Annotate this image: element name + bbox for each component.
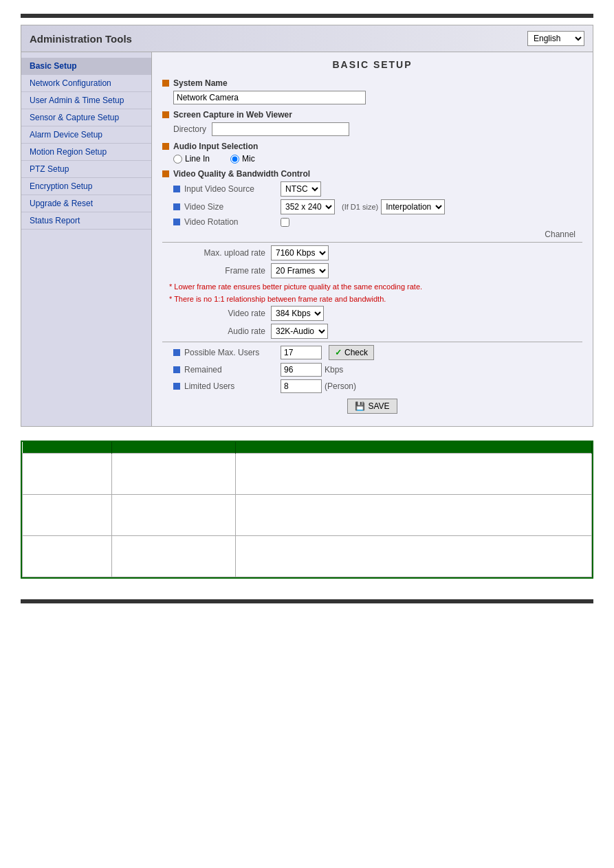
content-area: BASIC SETUP System Name Screen Capt bbox=[152, 52, 593, 426]
possible-max-users-label: Possible Max. Users bbox=[184, 348, 281, 357]
video-size-row: Video Size 352 x 240 176 x 120 704 x 480… bbox=[162, 199, 582, 214]
audio-input-icon bbox=[162, 143, 169, 150]
screen-capture-icon bbox=[162, 111, 169, 118]
system-name-input[interactable] bbox=[173, 91, 366, 104]
table-row bbox=[23, 536, 592, 577]
system-name-icon bbox=[162, 80, 169, 87]
table-row bbox=[23, 495, 592, 536]
bottom-table-wrapper bbox=[21, 441, 593, 579]
input-video-source-check-icon bbox=[173, 186, 180, 192]
sidebar-item-sensor-capture[interactable]: Sensor & Capture Setup bbox=[21, 109, 151, 126]
frame-rate-select[interactable]: 20 Frames 15 Frames 10 Frames 5 Frames 1… bbox=[271, 263, 329, 278]
video-quality-label: Video Quality & Bandwidth Control bbox=[173, 169, 310, 179]
limited-users-icon bbox=[173, 383, 180, 390]
sidebar-item-user-admin[interactable]: User Admin & Time Setup bbox=[21, 92, 151, 109]
if-d1-label: (If D1 size) bbox=[342, 203, 378, 211]
system-name-label-row: System Name bbox=[162, 78, 582, 88]
audio-radio-row: Line In Mic bbox=[162, 154, 582, 164]
limited-users-input[interactable] bbox=[281, 379, 322, 393]
remained-label: Remained bbox=[184, 365, 281, 375]
sidebar-item-network-config[interactable]: Network Configuration bbox=[21, 75, 151, 92]
video-size-label: Video Size bbox=[184, 202, 281, 212]
bottom-border bbox=[21, 599, 593, 603]
sidebar-item-motion-region[interactable]: Motion Region Setup bbox=[21, 144, 151, 161]
note1-text: * Lower frame rate ensures better pictur… bbox=[162, 281, 582, 292]
admin-body: Basic Setup Network Configuration User A… bbox=[21, 52, 593, 426]
admin-panel: Administration Tools EnglishChineseFrenc… bbox=[21, 25, 593, 427]
table-cell-r2c3 bbox=[236, 495, 592, 536]
directory-field-row: Directory bbox=[162, 122, 582, 136]
audio-mic-radio[interactable] bbox=[230, 155, 239, 164]
save-icon: 💾 bbox=[355, 401, 365, 411]
sidebar-item-basic-setup[interactable]: Basic Setup bbox=[21, 58, 151, 75]
remained-row: Remained Kbps bbox=[162, 363, 582, 377]
audio-line-in-option[interactable]: Line In bbox=[173, 154, 210, 164]
system-name-label: System Name bbox=[173, 78, 228, 88]
possible-max-users-input[interactable] bbox=[281, 346, 322, 359]
table-cell-r3c3 bbox=[236, 536, 592, 577]
table-header-col2 bbox=[112, 442, 236, 454]
video-size-check-icon bbox=[173, 203, 180, 210]
video-rate-select[interactable]: 384 Kbps 256 Kbps 128 Kbps 64 Kbps bbox=[271, 306, 324, 321]
input-video-source-select[interactable]: NTSC PAL bbox=[281, 181, 321, 197]
bottom-table bbox=[22, 442, 592, 577]
input-video-source-label: Input Video Source bbox=[184, 184, 281, 194]
video-quality-icon bbox=[162, 170, 169, 177]
save-row: 💾 SAVE bbox=[162, 399, 582, 414]
limited-users-label: Limited Users bbox=[184, 381, 281, 391]
audio-mic-label: Mic bbox=[242, 154, 255, 164]
table-cell-r3c1 bbox=[23, 536, 112, 577]
divider-2 bbox=[162, 342, 582, 342]
directory-label: Directory bbox=[173, 124, 206, 134]
audio-mic-option[interactable]: Mic bbox=[230, 154, 255, 164]
table-cell-r1c2 bbox=[112, 454, 236, 495]
video-rotation-label: Video Rotation bbox=[184, 217, 281, 227]
sidebar-item-alarm-device[interactable]: Alarm Device Setup bbox=[21, 126, 151, 144]
audio-rate-label: Audio rate bbox=[176, 326, 265, 336]
video-rotation-checkbox[interactable] bbox=[281, 218, 289, 227]
interpolation-select[interactable]: Interpolation Cropping bbox=[381, 199, 445, 214]
save-button-label: SAVE bbox=[368, 401, 389, 411]
audio-input-label: Audio Input Selection bbox=[173, 142, 258, 151]
video-rotation-check-icon bbox=[173, 219, 180, 225]
page-title: BASIC SETUP bbox=[162, 59, 582, 70]
sidebar-item-ptz[interactable]: PTZ Setup bbox=[21, 161, 151, 178]
language-selector-wrapper: EnglishChineseFrenchGermanJapanese bbox=[527, 31, 584, 46]
video-quality-section: Video Quality & Bandwidth Control Input … bbox=[162, 169, 582, 414]
frame-rate-row: Frame rate 20 Frames 15 Frames 10 Frames… bbox=[162, 263, 582, 278]
audio-rate-select[interactable]: 32K-Audio 16K-Audio 8K-Audio bbox=[271, 324, 328, 339]
sidebar-item-upgrade-reset[interactable]: Upgrade & Reset bbox=[21, 195, 151, 212]
remained-input[interactable] bbox=[281, 363, 322, 377]
limited-users-unit: (Person) bbox=[325, 381, 356, 391]
max-upload-rate-select[interactable]: 7160 Kbps 4096 Kbps 2048 Kbps 1024 Kbps bbox=[271, 245, 329, 260]
channel-row: Channel bbox=[162, 230, 582, 239]
table-row bbox=[23, 454, 592, 495]
table-header-col3 bbox=[236, 442, 592, 454]
directory-input[interactable] bbox=[212, 122, 349, 136]
table-cell-r1c3 bbox=[236, 454, 592, 495]
video-rotation-row: Video Rotation bbox=[162, 217, 582, 227]
language-select[interactable]: EnglishChineseFrenchGermanJapanese bbox=[527, 31, 584, 46]
audio-line-in-radio[interactable] bbox=[173, 155, 182, 164]
check-button[interactable]: ✓ Check bbox=[329, 345, 374, 360]
table-cell-r2c1 bbox=[23, 495, 112, 536]
video-size-select[interactable]: 352 x 240 176 x 120 704 x 480 bbox=[281, 199, 335, 214]
divider-1 bbox=[162, 242, 582, 243]
audio-input-section: Audio Input Selection Line In Mic bbox=[162, 142, 582, 164]
table-cell-r2c2 bbox=[112, 495, 236, 536]
sidebar: Basic Setup Network Configuration User A… bbox=[21, 52, 152, 426]
table-cell-r1c1 bbox=[23, 454, 112, 495]
sidebar-item-encryption[interactable]: Encryption Setup bbox=[21, 178, 151, 195]
possible-max-users-icon bbox=[173, 349, 180, 356]
system-name-field-row bbox=[162, 91, 582, 104]
remained-unit: Kbps bbox=[325, 365, 343, 375]
save-button[interactable]: 💾 SAVE bbox=[347, 399, 397, 414]
screen-capture-section: Screen Capture in Web Viewer Directory bbox=[162, 110, 582, 136]
video-rate-label: Video rate bbox=[176, 309, 265, 318]
admin-title: Administration Tools bbox=[30, 33, 132, 45]
possible-max-users-row: Possible Max. Users ✓ Check bbox=[162, 345, 582, 360]
channel-label: Channel bbox=[545, 230, 575, 239]
sidebar-item-status-report[interactable]: Status Report bbox=[21, 212, 151, 230]
audio-rate-row: Audio rate 32K-Audio 16K-Audio 8K-Audio bbox=[162, 324, 582, 339]
table-header-col1 bbox=[23, 442, 112, 454]
